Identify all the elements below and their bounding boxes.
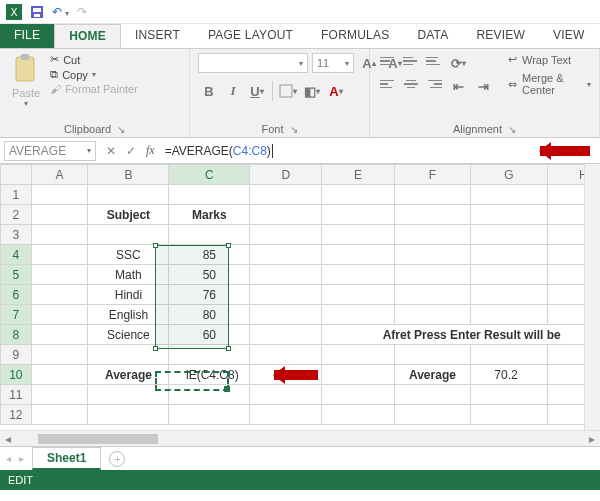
paste-button[interactable]: Paste ▾ bbox=[8, 53, 44, 108]
row-header[interactable]: 2 bbox=[1, 205, 32, 225]
quick-access-toolbar: X ↶ ▾ ↷ bbox=[0, 0, 600, 24]
col-header-A[interactable]: A bbox=[31, 165, 88, 185]
font-launcher-icon[interactable]: ↘ bbox=[290, 124, 298, 135]
tab-home[interactable]: HOME bbox=[54, 24, 121, 48]
fill-color-button[interactable]: ◧▾ bbox=[301, 81, 323, 101]
tab-data[interactable]: DATA bbox=[403, 24, 462, 48]
copy-button[interactable]: ⧉Copy ▾ bbox=[50, 68, 138, 81]
row-header[interactable]: 12 bbox=[1, 405, 32, 425]
merge-icon: ⇔ bbox=[508, 78, 517, 91]
group-alignment-title: Alignment bbox=[453, 123, 502, 135]
svg-rect-6 bbox=[21, 54, 29, 60]
formula-input[interactable]: =AVERAGE(C4:C8) bbox=[161, 141, 520, 161]
sheet-nav-next[interactable]: ▸ bbox=[19, 453, 24, 464]
col-header-B[interactable]: B bbox=[88, 165, 169, 185]
align-bottom-button[interactable] bbox=[424, 53, 444, 69]
row-header[interactable]: 4 bbox=[1, 245, 32, 265]
tab-review[interactable]: REVIEW bbox=[462, 24, 539, 48]
excel-icon: X bbox=[6, 4, 22, 20]
annotation-arrow-2 bbox=[274, 370, 318, 380]
fx-icon[interactable]: fx bbox=[146, 143, 155, 158]
col-header-D[interactable]: D bbox=[250, 165, 322, 185]
cell[interactable]: SSC bbox=[88, 245, 169, 265]
merge-center-button[interactable]: ⇔Merge & Center ▾ bbox=[508, 72, 591, 96]
cell[interactable]: English bbox=[88, 305, 169, 325]
align-left-button[interactable] bbox=[378, 76, 398, 92]
increase-indent-button[interactable]: ⇥ bbox=[472, 76, 494, 96]
font-name-select[interactable]: ▾ bbox=[198, 53, 308, 73]
sheet-tab-bar: ◂ ▸ Sheet1 + bbox=[0, 446, 600, 470]
cancel-icon[interactable]: ✕ bbox=[106, 144, 116, 158]
cell[interactable]: Average bbox=[394, 365, 471, 385]
group-font: ▾ 11▾ A▴ A▾ B I U ▾ ▾ ◧▾ A▾ Font↘ bbox=[190, 49, 370, 137]
font-size-select[interactable]: 11▾ bbox=[312, 53, 354, 73]
row-header[interactable]: 1 bbox=[1, 185, 32, 205]
row-header[interactable]: 7 bbox=[1, 305, 32, 325]
cut-button[interactable]: ✂Cut bbox=[50, 53, 138, 66]
col-header-F[interactable]: F bbox=[394, 165, 471, 185]
align-middle-button[interactable] bbox=[401, 53, 421, 69]
status-bar: EDIT bbox=[0, 470, 600, 490]
col-header-C[interactable]: C bbox=[169, 165, 250, 185]
cell[interactable]: 80 bbox=[169, 305, 250, 325]
col-header-G[interactable]: G bbox=[471, 165, 548, 185]
horizontal-scrollbar[interactable]: ◂▸ bbox=[0, 430, 600, 446]
active-cell[interactable]: iE(C4:C8) bbox=[169, 365, 250, 385]
cell[interactable]: Average bbox=[88, 365, 169, 385]
vertical-scrollbar[interactable] bbox=[584, 164, 600, 430]
border-button[interactable]: ▾ bbox=[277, 81, 299, 101]
decrease-indent-button[interactable]: ⇤ bbox=[447, 76, 469, 96]
cell[interactable]: 76 bbox=[169, 285, 250, 305]
underline-button[interactable]: U ▾ bbox=[246, 81, 268, 101]
tab-page-layout[interactable]: PAGE LAYOUT bbox=[194, 24, 307, 48]
row-header[interactable]: 9 bbox=[1, 345, 32, 365]
format-painter-button[interactable]: 🖌Format Painter bbox=[50, 83, 138, 95]
clipboard-launcher-icon[interactable]: ↘ bbox=[117, 124, 125, 135]
name-box[interactable]: AVERAGE▾ bbox=[4, 141, 96, 161]
worksheet-grid[interactable]: A B C D E F G H 1 2SubjectMarks 3 4SSC85… bbox=[0, 164, 600, 446]
select-all-corner[interactable] bbox=[1, 165, 32, 185]
wrap-text-button[interactable]: ↩Wrap Text bbox=[508, 53, 591, 66]
tab-view[interactable]: VIEW bbox=[539, 24, 598, 48]
redo-icon[interactable]: ↷ bbox=[77, 5, 87, 19]
group-font-title: Font bbox=[261, 123, 283, 135]
sheet-nav-prev[interactable]: ◂ bbox=[6, 453, 11, 464]
align-right-button[interactable] bbox=[424, 76, 444, 92]
new-sheet-button[interactable]: + bbox=[109, 451, 125, 467]
cell[interactable]: Math bbox=[88, 265, 169, 285]
cell[interactable]: 70.2 bbox=[471, 365, 548, 385]
tab-formulas[interactable]: FORMULAS bbox=[307, 24, 403, 48]
cell[interactable]: 85 bbox=[169, 245, 250, 265]
svg-rect-5 bbox=[16, 57, 34, 81]
ribbon: Paste ▾ ✂Cut ⧉Copy ▾ 🖌Format Painter Cli… bbox=[0, 48, 600, 138]
svg-rect-3 bbox=[33, 8, 41, 12]
row-header[interactable]: 10 bbox=[1, 365, 32, 385]
cell[interactable]: Subject bbox=[88, 205, 169, 225]
align-top-button[interactable] bbox=[378, 53, 398, 69]
row-header[interactable]: 11 bbox=[1, 385, 32, 405]
annotation-text: Afret Press Enter Result will be bbox=[322, 325, 600, 345]
alignment-launcher-icon[interactable]: ↘ bbox=[508, 124, 516, 135]
font-color-button[interactable]: A▾ bbox=[325, 81, 347, 101]
align-center-button[interactable] bbox=[401, 76, 421, 92]
cell[interactable]: Science bbox=[88, 325, 169, 345]
cell[interactable]: 50 bbox=[169, 265, 250, 285]
cell[interactable]: 60 bbox=[169, 325, 250, 345]
row-header[interactable]: 3 bbox=[1, 225, 32, 245]
row-header[interactable]: 6 bbox=[1, 285, 32, 305]
row-header[interactable]: 8 bbox=[1, 325, 32, 345]
tab-file[interactable]: FILE bbox=[0, 24, 54, 48]
save-icon[interactable] bbox=[30, 5, 44, 19]
tab-insert[interactable]: INSERT bbox=[121, 24, 194, 48]
bold-button[interactable]: B bbox=[198, 81, 220, 101]
paste-label: Paste bbox=[12, 87, 40, 99]
cell[interactable]: Marks bbox=[169, 205, 250, 225]
undo-icon[interactable]: ↶ ▾ bbox=[52, 5, 69, 19]
sheet-tab-active[interactable]: Sheet1 bbox=[32, 447, 101, 470]
row-header[interactable]: 5 bbox=[1, 265, 32, 285]
cell[interactable]: Hindi bbox=[88, 285, 169, 305]
col-header-E[interactable]: E bbox=[322, 165, 394, 185]
italic-button[interactable]: I bbox=[222, 81, 244, 101]
orientation-button[interactable]: ⟳▾ bbox=[447, 53, 469, 73]
enter-icon[interactable]: ✓ bbox=[126, 144, 136, 158]
